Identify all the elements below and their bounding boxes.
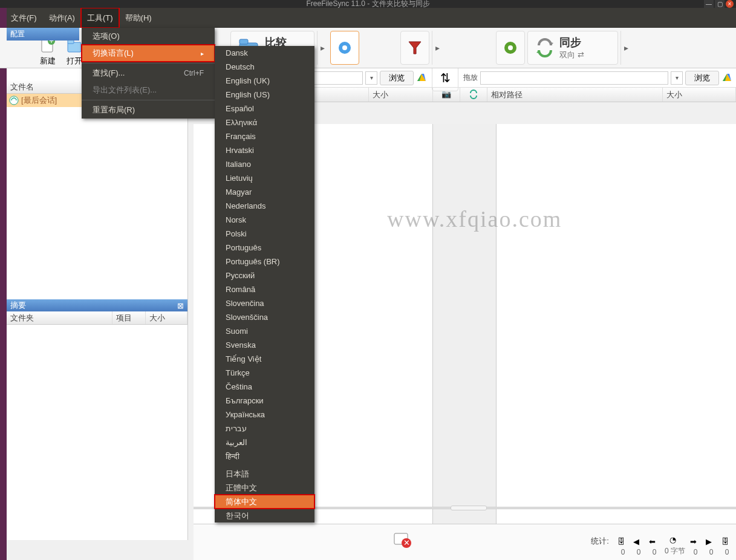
last-session-label: [最后会话] — [21, 95, 57, 106]
menu-find[interactable]: 查找(F)... Ctrl+F — [82, 65, 215, 82]
right-browse-button[interactable]: 浏览 — [685, 71, 719, 85]
language-option[interactable]: 日本語 — [215, 467, 314, 481]
language-option[interactable]: Magyar — [215, 185, 314, 199]
config-panel-header: 配置 — [7, 28, 79, 41]
left-path-dropdown[interactable]: ▾ — [365, 71, 377, 85]
language-option[interactable]: Українська — [215, 408, 314, 422]
maximize-button[interactable]: ▢ — [715, 0, 725, 8]
language-option[interactable]: Lietuvių — [215, 171, 314, 185]
statistics-bar: 统计: 🗄0 ◀0 ⬅0 ◔0 字节 ➡0 ▶0 🗄0 — [591, 535, 732, 556]
language-option[interactable]: Ελληνικά — [215, 116, 314, 129]
right-cloud-icon[interactable] — [721, 73, 732, 83]
language-option[interactable]: Hrvatski — [215, 143, 314, 157]
menu-file[interactable]: 文件(F) — [5, 8, 43, 28]
right-path-input[interactable] — [480, 71, 668, 85]
language-option[interactable]: हिन्दी — [215, 449, 314, 463]
stat-val-1: 0 — [621, 548, 625, 556]
language-option[interactable]: Slovenčina — [215, 296, 314, 310]
language-option[interactable]: Slovenščina — [215, 310, 314, 324]
funnel-icon — [406, 39, 423, 56]
stat-left-icon: ◀ — [633, 537, 644, 547]
language-option[interactable]: 한국어 — [215, 509, 314, 523]
summary-header[interactable]: 摘要 ⊠ — [7, 299, 187, 311]
sync-button[interactable]: 同步 双向 ⇄ — [527, 31, 618, 65]
language-option[interactable]: Polski — [215, 227, 314, 241]
sumcol-size[interactable]: 大小 — [146, 311, 187, 324]
svg-marker-9 — [409, 42, 421, 54]
language-option[interactable]: Русский — [215, 269, 314, 282]
svg-point-8 — [342, 45, 347, 50]
stat-rightdel-icon: ➡ — [690, 537, 701, 547]
config-list-blank — [7, 107, 187, 299]
menu-tools[interactable]: 工具(T) — [81, 8, 119, 28]
camera-icon: 📷 — [441, 90, 451, 100]
language-option[interactable]: 正體中文 — [215, 481, 314, 495]
language-option[interactable]: Norsk — [215, 213, 314, 227]
language-option[interactable]: Français — [215, 129, 314, 143]
menu-switch-language[interactable]: 切换语言(L) ▸ — [82, 45, 215, 62]
stat-right-icon: ▶ — [706, 537, 717, 547]
filter-dropdown-arrow[interactable]: ▸ — [432, 31, 443, 65]
svg-point-11 — [508, 45, 513, 50]
sync-settings-button[interactable] — [496, 31, 525, 65]
language-option-simplified-chinese[interactable]: 简体中文 — [215, 495, 314, 509]
language-option[interactable]: Deutsch — [215, 60, 314, 74]
sumcol-folder[interactable]: 文件夹 — [7, 311, 112, 324]
language-option[interactable]: Tiếng Việt — [215, 352, 314, 366]
col-right-size[interactable]: 大小 — [663, 88, 736, 102]
sumcol-items[interactable]: 项目 — [112, 311, 146, 324]
status-bar-area: ✕ 统计: 🗄0 ◀0 ⬅0 ◔0 字节 ➡0 ▶0 🗄0 — [194, 524, 736, 560]
splitter-handle[interactable] — [451, 506, 487, 510]
language-option[interactable]: Dansk — [215, 46, 314, 60]
swap-sides-button[interactable]: ⇅ — [432, 65, 458, 91]
left-browse-button[interactable]: 浏览 — [380, 71, 414, 85]
col-right-relpath[interactable]: 相对路径 — [487, 88, 663, 102]
svg-text:✕: ✕ — [403, 538, 410, 547]
language-option[interactable]: English (US) — [215, 88, 314, 102]
language-option[interactable]: Čeština — [215, 380, 314, 394]
compare-settings-button[interactable] — [330, 31, 359, 65]
menu-help[interactable]: 帮助(H) — [119, 8, 158, 28]
close-button[interactable]: × — [726, 0, 734, 8]
sync-title: 同步 — [559, 35, 584, 50]
svg-rect-6 — [239, 39, 248, 44]
stat-val-3: 0 — [653, 548, 657, 556]
compare-dropdown-arrow[interactable]: ▸ — [317, 31, 328, 65]
language-option[interactable]: Español — [215, 102, 314, 116]
language-option[interactable]: العربية — [215, 435, 314, 449]
language-option[interactable]: Nederlands — [215, 199, 314, 213]
watermark-text: www.xfqiao.com — [387, 206, 562, 232]
col-left-size[interactable]: 大小 — [369, 88, 433, 102]
menu-reset-layout[interactable]: 重置布局(R) — [82, 102, 215, 119]
language-option[interactable]: Svenska — [215, 338, 314, 352]
config-panel: 文件名 [最后会话] 摘要 ⊠ 文件夹 项目 大小 — [7, 68, 188, 540]
sync-dropdown-arrow[interactable]: ▸ — [620, 31, 631, 65]
error-badge-icon[interactable]: ✕ — [393, 530, 411, 548]
menu-export-list: 导出文件列表(E)... — [82, 82, 215, 99]
col-mid-camera[interactable]: 📷 — [433, 88, 460, 102]
right-path-dropdown[interactable]: ▾ — [671, 71, 683, 85]
window-title: FreeFileSync 11.0 - 文件夹比较与同步 — [306, 0, 429, 9]
language-option[interactable]: Română — [215, 282, 314, 296]
menu-options[interactable]: 选项(O) — [82, 28, 215, 45]
stat-db-icon: 🗄 — [617, 537, 628, 547]
left-cloud-icon[interactable] — [416, 73, 427, 83]
col-mid-sync[interactable] — [460, 88, 487, 102]
menu-bar: 文件(F) 动作(A) 工具(T) 帮助(H) — [0, 8, 736, 28]
menu-action[interactable]: 动作(A) — [43, 8, 81, 28]
language-option[interactable]: Português (BR) — [215, 255, 314, 269]
summary-title: 摘要 — [10, 300, 26, 311]
language-option[interactable]: Italiano — [215, 157, 314, 171]
minimize-button[interactable]: — — [704, 0, 714, 8]
stat-val-6: 0 — [725, 548, 729, 556]
language-option[interactable]: עברית — [215, 422, 314, 435]
language-option[interactable]: Türkçe — [215, 366, 314, 380]
language-option[interactable]: English (UK) — [215, 74, 314, 88]
filter-button[interactable] — [400, 31, 429, 65]
language-option[interactable]: Suomi — [215, 324, 314, 338]
stat-db2-icon: 🗄 — [721, 537, 732, 547]
sync-arrows-icon — [534, 37, 556, 59]
language-option[interactable]: Български — [215, 394, 314, 408]
summary-close-icon[interactable]: ⊠ — [177, 301, 184, 310]
language-option[interactable]: Português — [215, 241, 314, 255]
